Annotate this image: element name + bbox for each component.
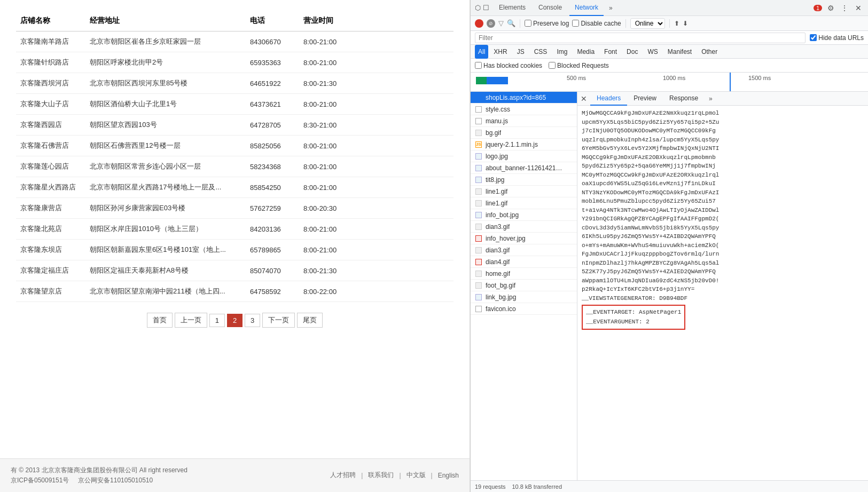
hide-data-urls-label[interactable]: Hide data URLs: [810, 34, 864, 42]
type-tab-xhr[interactable]: XHR: [489, 45, 511, 59]
network-list-item[interactable]: favicon.ico: [471, 303, 577, 315]
type-tab-css[interactable]: CSS: [530, 45, 552, 59]
cell-phone: 57627259: [246, 198, 299, 219]
blocked-requests-checkbox[interactable]: [549, 62, 556, 69]
col-header-address: 经营地址: [85, 11, 246, 31]
network-list-item[interactable]: dian3.gif: [471, 244, 577, 256]
stop-button[interactable]: ⊘: [487, 19, 495, 28]
details-content: MjOwMGQCCA9kFgJmDxUFAzE2NmXkuqz1rqLpmolu…: [577, 106, 868, 480]
file-icon: [475, 306, 482, 312]
cell-hours: 8:00-21:00: [299, 156, 453, 177]
network-list-item[interactable]: foot_bg.gif: [471, 280, 577, 291]
blocked-cookies-label[interactable]: Has blocked cookies: [475, 62, 542, 69]
cell-address: 朝阳区酒仙桥大山子北里1号: [85, 94, 246, 115]
type-tab-font[interactable]: Font: [600, 45, 621, 59]
page-3-btn[interactable]: 3: [245, 314, 260, 327]
tab-elements[interactable]: Elements: [494, 0, 531, 16]
cell-store-name: 京客隆星火西路店: [16, 177, 85, 198]
prev-page-btn[interactable]: 上一页: [175, 313, 207, 328]
disable-cache-checkbox[interactable]: [572, 20, 579, 27]
network-list-item[interactable]: info_hover.jpg: [471, 233, 577, 244]
cell-store-name: 京客隆定福庄店: [16, 260, 85, 281]
tab-console[interactable]: Console: [533, 0, 567, 16]
network-list-item[interactable]: manu.js: [471, 115, 577, 127]
preserve-log-label[interactable]: Preserve log: [525, 20, 569, 27]
network-list-item[interactable]: link_bg.jpg: [471, 291, 577, 303]
network-list-item[interactable]: line1.gif: [471, 186, 577, 197]
close-devtools-icon[interactable]: ✕: [853, 3, 864, 13]
page-1-btn[interactable]: 1: [209, 314, 225, 327]
network-list-item[interactable]: line1.gif: [471, 197, 577, 209]
first-page-btn[interactable]: 首页: [147, 313, 173, 328]
tab-more[interactable]: »: [606, 4, 616, 12]
detail-tab-preview[interactable]: Preview: [627, 92, 663, 106]
network-list-item[interactable]: info_bot.jpg: [471, 209, 577, 221]
download-icon[interactable]: ⬇: [683, 20, 688, 27]
preserve-log-checkbox[interactable]: [525, 20, 531, 27]
type-tab-js[interactable]: JS: [513, 45, 529, 59]
hide-data-urls-checkbox[interactable]: [810, 34, 817, 41]
network-list-item[interactable]: home.gif: [471, 268, 577, 280]
details-panel: ✕ Headers Preview Response » MjOwMGQCCA9…: [577, 92, 868, 480]
network-list-item[interactable]: logo.jpg: [471, 150, 577, 162]
cell-hours: 8:00-20:30: [299, 198, 453, 219]
page-2-btn[interactable]: 2: [227, 314, 243, 327]
detail-tab-more[interactable]: »: [705, 92, 717, 105]
network-list-item[interactable]: bg.gif: [471, 127, 577, 139]
network-list-item[interactable]: shopLis.aspx?id=865: [471, 92, 577, 104]
detail-tab-headers[interactable]: Headers: [590, 92, 627, 106]
tab-network[interactable]: Network: [569, 0, 604, 16]
type-tab-manifest[interactable]: Manifest: [663, 45, 696, 59]
cell-address: 朝阳区定福庄天泰苑新村A8号楼: [85, 260, 246, 281]
type-tab-media[interactable]: Media: [573, 45, 599, 59]
item-icon: [475, 211, 482, 219]
filter-input[interactable]: [475, 33, 806, 43]
error-badge: 1: [814, 5, 822, 11]
more-options-icon[interactable]: ⋮: [839, 3, 850, 13]
footer-link-contact[interactable]: 联系我们: [368, 471, 394, 480]
detail-panel-close[interactable]: ✕: [577, 92, 590, 106]
type-tab-img[interactable]: Img: [552, 45, 572, 59]
footer-link-english[interactable]: English: [438, 472, 459, 479]
detail-tab-response[interactable]: Response: [663, 92, 705, 106]
type-tab-ws[interactable]: WS: [643, 45, 662, 59]
network-list-item[interactable]: JS jquery-2.1.1.min.js: [471, 139, 577, 150]
throttle-select[interactable]: Online: [630, 18, 665, 29]
network-list-item[interactable]: style.css: [471, 104, 577, 115]
cell-hours: 8:00-21:00: [299, 136, 453, 156]
cell-phone: 65935363: [246, 52, 299, 73]
network-list-item[interactable]: tit8.jpg: [471, 174, 577, 186]
network-list-item[interactable]: dian4.gif: [471, 256, 577, 268]
cursor-icon[interactable]: ⬡: [475, 4, 481, 12]
transferred-size: 10.8 kB transferred: [512, 483, 562, 490]
upload-icon[interactable]: ⬆: [674, 20, 679, 27]
type-tab-all[interactable]: All: [475, 45, 488, 59]
next-page-btn[interactable]: 下一页: [262, 313, 295, 328]
select-icon[interactable]: ☐: [483, 4, 489, 12]
filter-icon[interactable]: ▽: [498, 19, 504, 27]
network-list-item[interactable]: about_banner-11261421337.jpg: [471, 162, 577, 174]
type-filter-tabs: All XHR JS CSS Img Media Font Doc WS Man…: [471, 45, 868, 59]
disable-cache-label[interactable]: Disable cache: [572, 20, 621, 27]
type-tab-other[interactable]: Other: [697, 45, 722, 59]
blocked-cookies-checkbox[interactable]: [475, 62, 482, 69]
search-icon[interactable]: 🔍: [507, 19, 515, 27]
img-icon: [475, 165, 482, 171]
request-count: 19 requests: [475, 483, 505, 490]
cell-hours: 8:00-21:00: [299, 31, 453, 52]
record-button[interactable]: [475, 19, 483, 28]
cell-store-name: 京客隆针织路店: [16, 52, 85, 73]
footer-link-chinese[interactable]: 中文版: [406, 471, 426, 480]
type-tab-doc[interactable]: Doc: [622, 45, 642, 59]
settings-icon[interactable]: ⚙: [825, 3, 836, 13]
toolbar-separator: [520, 19, 520, 28]
table-row: 京客隆南羊路店 北京市朝阳区崔各庄乡京旺家园一层 84306670 8:00-2…: [16, 31, 453, 52]
timeline-area: 500 ms 1000 ms 1500 ms: [471, 73, 868, 92]
network-list-item[interactable]: dian3.gif: [471, 221, 577, 233]
detail-line: uqzlrqLpmobkuInph4zlsa/lupcm5YyX5Lqs5py: [582, 136, 864, 145]
cell-address: 朝阳区朝新嘉园东里6区1号楼101室（地上...: [85, 240, 246, 260]
cell-address: 朝阳区呼家楼北街甲2号: [85, 52, 246, 73]
blocked-requests-label[interactable]: Blocked Requests: [549, 62, 609, 69]
footer-link-recruit[interactable]: 人才招聘: [330, 471, 356, 480]
last-page-btn[interactable]: 尾页: [297, 313, 323, 328]
